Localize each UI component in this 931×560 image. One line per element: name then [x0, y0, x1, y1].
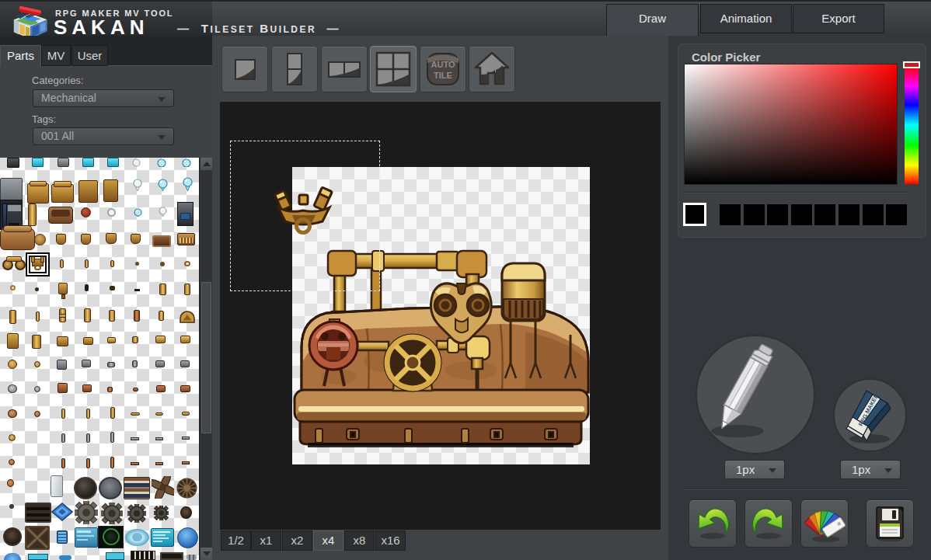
- svg-text:TILE: TILE: [434, 71, 452, 80]
- svg-text:AUTO: AUTO: [431, 60, 455, 69]
